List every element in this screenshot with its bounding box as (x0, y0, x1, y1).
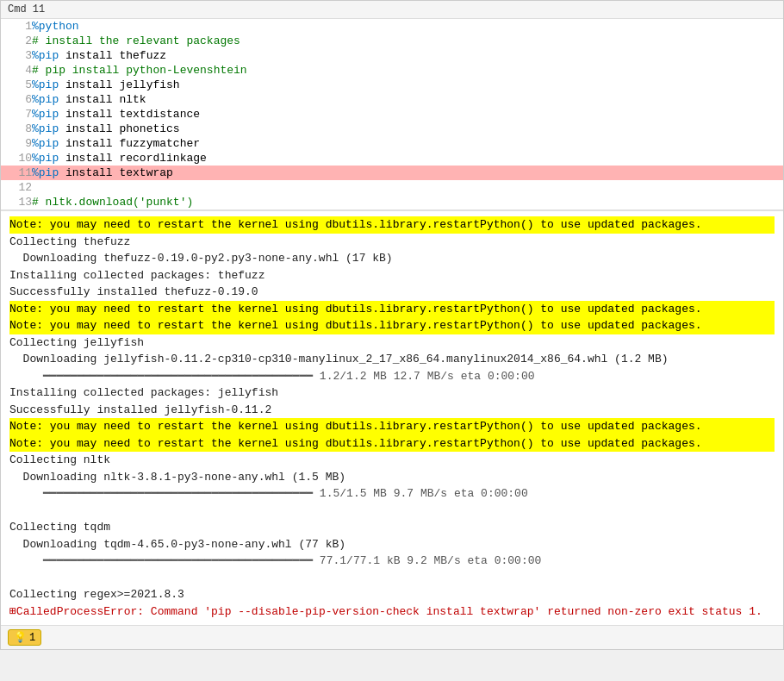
output-line: Installing collected packages: jellyfish (9, 384, 775, 402)
title-bar: Cmd 11 (1, 1, 783, 19)
line-number: 7 (1, 107, 32, 122)
output-line: Downloading jellyfish-0.11.2-cp310-cp310… (9, 351, 775, 368)
output-line: ━━━━━━━━━━━━━━━━━━━━━━━━━━━━━━━━━━━━━━━━… (9, 485, 775, 503)
line-number: 10 (1, 151, 32, 166)
output-line: Downloading thefuzz-0.19.0-py2.py3-none-… (9, 250, 775, 267)
line-number: 1 (1, 19, 32, 34)
code-line (32, 180, 783, 195)
code-line: %pip install recordlinkage (32, 151, 783, 166)
output-line: Collecting nltk (9, 452, 775, 469)
code-section: 1%python2# install the relevant packages… (1, 19, 783, 210)
output-line: Successfully installed jellyfish-0.11.2 (9, 402, 775, 419)
output-line: Note: you may need to restart the kernel… (9, 216, 775, 234)
output-line: Installing collected packages: thefuzz (9, 267, 775, 284)
code-line: %pip install textdistance (32, 107, 783, 122)
output-line: Collecting tqdm (9, 519, 775, 536)
code-line: %python (32, 19, 783, 34)
line-number: 11 (1, 166, 32, 180)
code-line: # install the relevant packages (32, 34, 783, 48)
bulb-icon: 💡 (14, 631, 27, 644)
output-line: Note: you may need to restart the kernel… (9, 435, 775, 453)
line-number: 2 (1, 34, 32, 48)
output-line: ━━━━━━━━━━━━━━━━━━━━━━━━━━━━━━━━━━━━━━━━… (9, 553, 775, 570)
output-line: Collecting jellyfish (9, 334, 775, 352)
output-line: Collecting regex>=2021.8.3 (9, 586, 775, 603)
line-number: 9 (1, 136, 32, 151)
output-line: Note: you may need to restart the kernel… (9, 317, 775, 334)
bottom-bar: 💡 1 (1, 625, 783, 649)
output-line: Note: you may need to restart the kernel… (9, 418, 775, 435)
title-label: Cmd 11 (8, 3, 45, 16)
line-number: 5 (1, 78, 32, 92)
output-line (9, 503, 775, 520)
code-line: %pip install nltk (32, 92, 783, 107)
code-table: 1%python2# install the relevant packages… (1, 19, 783, 209)
code-line: %pip install fuzzymatcher (32, 136, 783, 151)
code-line: %pip install phonetics (32, 122, 783, 136)
line-number: 8 (1, 122, 32, 136)
output-line: Downloading tqdm-4.65.0-py3-none-any.whl… (9, 536, 775, 553)
code-line: # nltk.download('punkt') (32, 195, 783, 209)
code-line: %pip install textwrap (32, 166, 783, 180)
line-number: 4 (1, 63, 32, 78)
output-line: Downloading nltk-3.8.1-py3-none-any.whl … (9, 469, 775, 486)
code-line: %pip install thefuzz (32, 48, 783, 63)
code-line: %pip install jellyfish (32, 78, 783, 92)
output-line: Collecting thefuzz (9, 234, 775, 251)
output-section: Note: you may need to restart the kernel… (1, 210, 783, 625)
line-number: 13 (1, 195, 32, 209)
output-line: Note: you may need to restart the kernel… (9, 301, 775, 318)
line-number: 3 (1, 48, 32, 63)
bulb-badge[interactable]: 💡 1 (8, 629, 41, 646)
code-line: # pip install python-Levenshtein (32, 63, 783, 78)
line-number: 6 (1, 92, 32, 107)
output-line: Successfully installed thefuzz-0.19.0 (9, 284, 775, 301)
output-line: ⊞CalledProcessError: Command 'pip --disa… (9, 603, 775, 621)
output-line: ━━━━━━━━━━━━━━━━━━━━━━━━━━━━━━━━━━━━━━━━… (9, 368, 775, 385)
line-number: 12 (1, 180, 32, 195)
bulb-count: 1 (29, 632, 35, 644)
main-window: Cmd 11 1%python2# install the relevant p… (0, 0, 784, 650)
output-line (9, 570, 775, 587)
